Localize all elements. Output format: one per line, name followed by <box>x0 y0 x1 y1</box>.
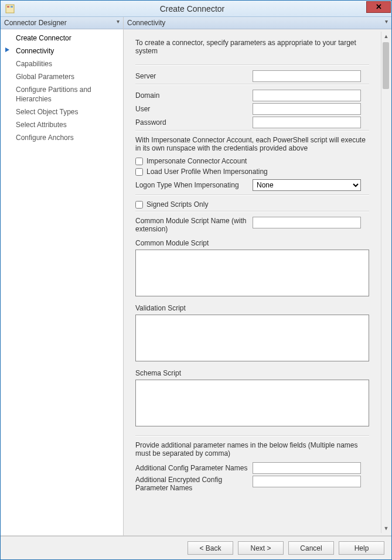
divider <box>135 435 369 436</box>
nav-item-configure-anchors[interactable]: Configure Anchors <box>1 131 123 144</box>
common-module-name-label: Common Module Script Name (with extensio… <box>135 217 253 233</box>
navigation-panel: Connector Designer Create Connector Conn… <box>1 17 124 535</box>
window-app-icon <box>5 4 15 13</box>
common-module-script-input[interactable] <box>135 250 369 296</box>
content-scroll-area: To create a connector, specify parameter… <box>126 32 379 533</box>
validation-script-label: Validation Script <box>135 304 369 312</box>
additional-params-note: Provide additional parameter names in th… <box>135 441 369 457</box>
domain-input[interactable] <box>253 90 361 101</box>
password-input[interactable] <box>253 117 361 128</box>
nav-item-connectivity[interactable]: Connectivity <box>1 45 123 57</box>
create-connector-window: Create Connector ✕ Connector Designer Cr… <box>0 0 392 560</box>
cancel-button[interactable]: Cancel <box>288 541 334 555</box>
nav-item-select-object-types[interactable]: Select Object Types <box>1 105 123 118</box>
divider <box>135 84 369 85</box>
svg-rect-1 <box>7 6 9 8</box>
additional-config-label: Additional Config Parameter Names <box>135 464 253 472</box>
signed-scripts-checkbox[interactable] <box>135 201 143 209</box>
nav-item-configure-partitions[interactable]: Configure Partitions and Hierarchies <box>1 83 123 105</box>
validation-script-input[interactable] <box>135 315 369 361</box>
nav-item-select-attributes[interactable]: Select Attributes <box>1 118 123 131</box>
divider <box>135 130 369 131</box>
load-profile-checkbox-label: Load User Profile When Impersonating <box>146 168 268 176</box>
next-button[interactable]: Next > <box>238 541 284 555</box>
wizard-button-bar: < Back Next > Cancel Help <box>1 536 391 559</box>
window-title: Create Connector <box>18 4 366 13</box>
nav-header[interactable]: Connector Designer <box>1 17 123 29</box>
divider <box>135 211 369 212</box>
nav-item-create-connector[interactable]: Create Connector <box>1 32 123 45</box>
user-input[interactable] <box>253 103 361 115</box>
password-label: Password <box>135 118 253 127</box>
additional-encrypted-input[interactable] <box>253 476 361 487</box>
content-body: To create a connector, specify parameter… <box>124 29 391 535</box>
vertical-scrollbar[interactable]: ▲ ▼ <box>381 32 390 533</box>
domain-label: Domain <box>135 91 253 100</box>
scroll-up-icon[interactable]: ▲ <box>381 32 391 41</box>
titlebar[interactable]: Create Connector ✕ <box>1 1 391 17</box>
common-module-name-input[interactable] <box>253 217 361 228</box>
client-area: Connector Designer Create Connector Conn… <box>1 17 391 536</box>
logontype-label: Logon Type When Impersonating <box>135 181 253 189</box>
content-panel: Connectivity To create a connector, spec… <box>124 17 391 535</box>
load-profile-checkbox[interactable] <box>135 168 143 176</box>
close-button[interactable]: ✕ <box>366 1 391 13</box>
intro-text: To create a connector, specify parameter… <box>135 39 369 59</box>
server-label: Server <box>135 72 253 80</box>
divider <box>135 194 369 196</box>
impersonate-checkbox-label: Impersonate Connector Account <box>146 157 247 165</box>
scroll-down-icon[interactable]: ▼ <box>381 524 391 533</box>
help-button[interactable]: Help <box>339 541 384 555</box>
server-input[interactable] <box>253 70 361 82</box>
nav-item-global-parameters[interactable]: Global Parameters <box>1 70 123 83</box>
impersonate-checkbox[interactable] <box>135 158 143 165</box>
impersonate-note: With Impersonate Connector Account, each… <box>135 136 369 152</box>
nav-list: Create Connector Connectivity Capabiliti… <box>1 29 123 144</box>
close-icon: ✕ <box>376 2 382 11</box>
scrollbar-thumb[interactable] <box>383 42 389 89</box>
content-header[interactable]: Connectivity <box>124 17 391 29</box>
logontype-select[interactable]: None <box>253 179 361 191</box>
divider <box>135 64 369 66</box>
schema-script-input[interactable] <box>135 380 369 426</box>
additional-encrypted-label: Additional Encrypted Config Parameter Na… <box>135 476 253 492</box>
schema-script-label: Schema Script <box>135 369 369 377</box>
signed-scripts-checkbox-label: Signed Scripts Only <box>146 200 208 209</box>
common-module-script-label: Common Module Script <box>135 239 369 247</box>
user-label: User <box>135 105 253 113</box>
svg-rect-2 <box>11 6 13 8</box>
nav-item-capabilities[interactable]: Capabilities <box>1 57 123 70</box>
back-button[interactable]: < Back <box>188 541 233 555</box>
additional-config-input[interactable] <box>253 462 361 474</box>
